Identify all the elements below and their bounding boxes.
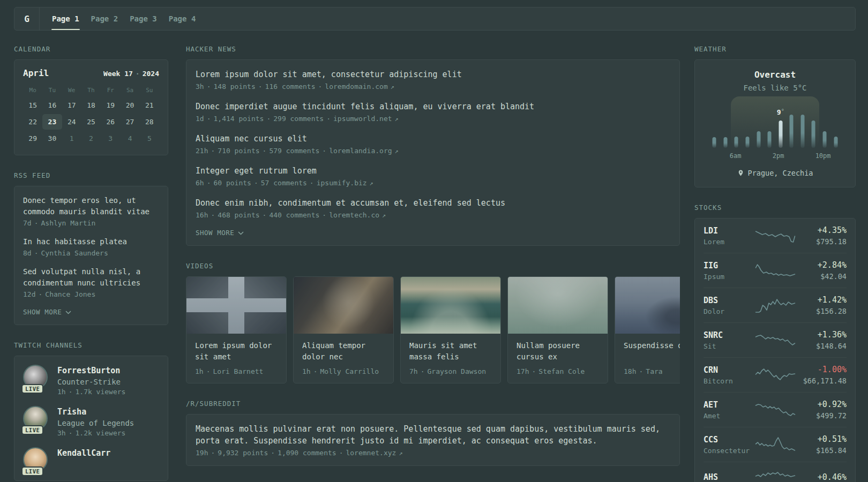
rss-item-title[interactable]: In hac habitasse platea [23, 236, 159, 247]
video-meta: 17h·Stefan Cole [508, 363, 608, 383]
rss-item: Sed volutpat nulla nisl, a condimentum n… [23, 266, 159, 298]
hacker-news-item-title[interactable]: Donec enim nibh, condimentum et accumsan… [196, 197, 670, 209]
hacker-news-item-domain-link[interactable]: loremlandia.org [329, 147, 392, 155]
stock-row[interactable]: CRNBitcorn-1.00%$66,171.48 [704, 357, 847, 392]
stock-price: $66,171.48 [797, 376, 847, 385]
stock-row[interactable]: AETAmet+0.92%$499.72 [704, 392, 847, 427]
rss-item-title[interactable]: Sed volutpat nulla nisl, a condimentum n… [23, 266, 159, 289]
subreddit-item-meta: 19h·9,932 points·1,090 comments·loremnet… [196, 449, 670, 457]
tab-page-4[interactable]: Page 4 [163, 7, 202, 30]
video-meta: 1h·Molly Carrillo [294, 363, 393, 383]
hacker-news-item-meta: 3h·148 points·116 comments·loremdomain.c… [196, 82, 670, 91]
section-label-weather: WEATHER [694, 45, 856, 53]
weather-tick-label [831, 152, 841, 160]
separator-dot: · [251, 179, 261, 187]
stock-symbol: AHS [704, 472, 753, 482]
weather-bar-cell [797, 106, 809, 148]
columns: CALENDAR April Week 17·2024 MoTuWeThFrSa… [14, 45, 856, 482]
live-badge: LIVE [21, 384, 43, 394]
separator-dot: · [66, 429, 76, 437]
rss-item-title[interactable]: Donec tempor eros leo, ut commodo mauris… [23, 195, 159, 217]
app-logo[interactable]: G [14, 7, 39, 30]
weather-chart: 9° 6am2pm10pm [704, 106, 847, 160]
video-title[interactable]: Suspendisse diam [615, 334, 680, 363]
subreddit-item-comments: 1,090 comments [278, 449, 336, 457]
weather-bar-cell [819, 106, 830, 148]
video-title[interactable]: Lorem ipsum dolor sit amet consectetu… [186, 334, 286, 363]
subreddit-card: Maecenas mollis pulvinar erat non posuer… [186, 414, 680, 466]
section-label-hacker-news: HACKER NEWS [186, 45, 680, 53]
hacker-news-item-title[interactable]: Lorem ipsum dolor sit amet, consectetur … [196, 69, 670, 80]
calendar-month: April [23, 68, 49, 78]
hacker-news-item-title[interactable]: Aliquam nec cursus elit [196, 133, 670, 145]
rss-item-age: 7d [23, 219, 32, 227]
twitch-channel-name[interactable]: KendallCarr [57, 448, 110, 458]
stock-row[interactable]: LDILorem+4.35%$795.18 [704, 219, 847, 253]
stock-row[interactable]: SNRCSit+1.36%$148.64 [704, 322, 847, 357]
separator-dot: · [204, 179, 214, 187]
video-title[interactable]: Aliquam tempor dolor nec pharetra… [294, 334, 393, 363]
weather-bar [746, 137, 750, 148]
subreddit-item: Maecenas mollis pulvinar erat non posuer… [196, 423, 670, 457]
video-thumbnail[interactable] [186, 277, 286, 334]
video-thumbnail[interactable] [615, 277, 680, 334]
video-title[interactable]: Mauris sit amet massa felis [401, 334, 500, 363]
hacker-news-item-title[interactable]: Integer eget rutrum lorem [196, 165, 670, 177]
video-meta: 1h·Lori Barnett [186, 363, 286, 383]
hacker-news-item-meta: 6h·60 points·57 comments·ipsumify.biz↗ [196, 179, 670, 187]
external-link-icon: ↗ [395, 115, 399, 123]
rss-show-more-button[interactable]: SHOW MORE [23, 308, 159, 316]
stock-row[interactable]: IIGIpsum+2.84%$42.04 [704, 253, 847, 288]
weather-tick-label [752, 152, 762, 160]
rss-item: Donec tempor eros leo, ut commodo mauris… [23, 195, 159, 227]
stock-left: AHS [704, 472, 753, 482]
separator-dot: · [307, 179, 317, 187]
twitch-channel-name[interactable]: Trisha [57, 406, 134, 417]
tab-page-2[interactable]: Page 2 [85, 7, 124, 30]
twitch-channel-row[interactable]: LIVEKendallCarr [23, 447, 159, 472]
tab-page-3[interactable]: Page 3 [124, 7, 163, 30]
weather-bars: 9° [709, 106, 841, 148]
video-thumbnail[interactable] [401, 277, 500, 334]
stock-row[interactable]: AHS+0.46% [704, 462, 847, 482]
calendar-header: April Week 17·2024 [23, 68, 159, 78]
twitch-channel-info: TrishaLeague of Legends3h·1.2k viewers [57, 406, 134, 437]
separator-dot: · [208, 211, 218, 219]
rss-item-list: Donec tempor eros leo, ut commodo mauris… [23, 195, 159, 298]
calendar-day-grid: 1516171819202122232425262728293012345 [23, 97, 159, 146]
video-thumbnail[interactable] [508, 277, 608, 334]
video-thumbnail[interactable] [294, 277, 393, 334]
hacker-news-item-domain-link[interactable]: loremdomain.com [325, 82, 387, 91]
separator-dot: · [418, 367, 428, 375]
hacker-news-item-domain-link[interactable]: loremtech.co [329, 211, 379, 219]
stock-name: Bitcorn [704, 377, 753, 385]
hacker-news-show-more-button[interactable]: SHOW MORE [196, 229, 670, 237]
stock-change: +1.42% [797, 295, 847, 305]
calendar-day: 21 [140, 97, 159, 113]
hacker-news-item-comments: 579 comments [269, 147, 319, 155]
subreddit-item-title[interactable]: Maecenas mollis pulvinar erat non posuer… [196, 423, 670, 447]
separator-dot: · [133, 70, 143, 78]
rss-item-age: 12d [23, 290, 35, 298]
hacker-news-item-domain-link[interactable]: ipsumworld.net [333, 115, 392, 123]
stock-row[interactable]: DBSDolor+1.42%$156.28 [704, 288, 847, 322]
nav-divider [39, 7, 40, 30]
rss-item-meta: 7d·Ashlyn Martin [23, 219, 159, 227]
twitch-channel-name[interactable]: ForrestBurton [57, 365, 125, 376]
hacker-news-item-domain-link[interactable]: ipsumify.biz [317, 179, 367, 187]
calendar-day: 20 [120, 97, 139, 113]
video-card: Nullam posuere cursus ex17h·Stefan Cole [507, 276, 608, 383]
stock-row[interactable]: CCSConsectetur+0.51%$165.84 [704, 427, 847, 462]
twitch-channel-row[interactable]: LIVETrishaLeague of Legends3h·1.2k viewe… [23, 406, 159, 437]
twitch-channel-row[interactable]: LIVEForrestBurtonCounter-Strike1h·1.7k v… [23, 365, 159, 396]
video-title[interactable]: Nullam posuere cursus ex [508, 334, 608, 363]
weather-bar-cell [808, 106, 819, 148]
hacker-news-item: Integer eget rutrum lorem6h·60 points·57… [196, 165, 670, 187]
weather-feels-like: Feels like 5°C [704, 84, 847, 92]
stock-change: +0.51% [797, 434, 847, 445]
hacker-news-item-title[interactable]: Donec imperdiet augue tincidunt felis al… [196, 101, 670, 112]
external-link-icon: ↗ [391, 83, 394, 91]
subreddit-item-domain-link[interactable]: loremnet.xyz [346, 449, 396, 457]
tab-page-1[interactable]: Page 1 [46, 7, 85, 30]
section-label-calendar: CALENDAR [14, 45, 168, 53]
